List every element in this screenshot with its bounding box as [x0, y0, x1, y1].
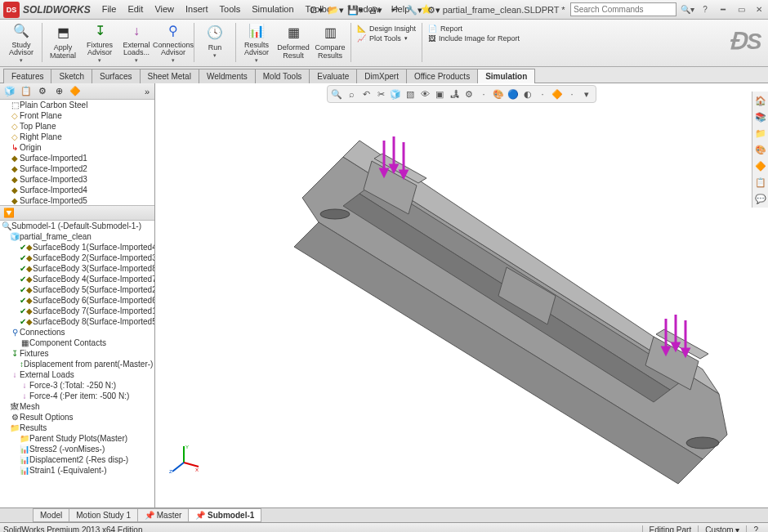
custom-props-tab-icon[interactable]: 📋	[754, 175, 766, 190]
surface-body-node[interactable]: ✔◆SurfaceBody 1(Surface-Imported4) (-[SW…	[0, 242, 154, 253]
design-insight-button[interactable]: 📐Design Insight	[357, 25, 416, 33]
compare-results-button[interactable]: ▥Compare Results	[312, 21, 348, 64]
dimxpert-tab-icon[interactable]: ⊕	[51, 85, 66, 98]
origin-node[interactable]: ↳Origin	[0, 142, 154, 153]
view-settings-icon[interactable]: ⚙	[462, 87, 476, 101]
sim-root-node[interactable]: 🔍Submodel-1 (-Default-Submodel-1-)	[0, 221, 154, 231]
surface-body-node[interactable]: ✔◆SurfaceBody 4(Surface-Imported7) (-[SW…	[0, 274, 154, 284]
surface-node[interactable]: ◆Surface-Imported4	[0, 185, 154, 195]
prev-view-icon[interactable]: ↶	[359, 87, 373, 101]
displacement-plot-node[interactable]: 📊Displacement2 (-Res disp-)	[0, 454, 154, 465]
zoom-area-icon[interactable]: ⌕	[344, 87, 359, 101]
design-lib-tab-icon[interactable]: 📚	[754, 110, 766, 124]
menu-edit[interactable]: Edit	[123, 2, 148, 17]
fixtures-node[interactable]: ↧Fixtures	[0, 348, 154, 359]
forum-tab-icon[interactable]: 💬	[754, 191, 766, 206]
material-node[interactable]: ⬚Plain Carbon Steel	[0, 100, 154, 110]
rebuild-button[interactable]: 🔧▾	[404, 2, 424, 17]
menu-file[interactable]: File	[97, 2, 122, 17]
run-button[interactable]: 🕓Run▾	[197, 21, 233, 64]
strain-plot-node[interactable]: 📊Strain1 (-Equivalent-)	[0, 465, 154, 476]
tab-moldtools[interactable]: Mold Tools	[255, 69, 310, 83]
front-plane-node[interactable]: Front Plane	[0, 110, 154, 121]
zoom-fit-icon[interactable]: 🔍	[329, 87, 344, 101]
display-style2-icon[interactable]: ▣	[432, 87, 447, 101]
display-style-icon[interactable]: ▧	[403, 87, 417, 101]
undo-button[interactable]: ↶	[385, 2, 404, 17]
submodel-tab[interactable]: 📌 Submodel-1	[188, 508, 261, 522]
menu-view[interactable]: View	[150, 2, 179, 17]
surface-body-node[interactable]: ✔◆SurfaceBody 8(Surface-Imported5) (-[SW…	[0, 316, 154, 327]
save-button[interactable]: 💾▾	[346, 2, 365, 17]
config-tab-icon[interactable]: ⚙	[35, 85, 50, 98]
tab-simulation[interactable]: Simulation	[477, 69, 535, 83]
display-state-icon[interactable]: ◐	[520, 87, 535, 101]
force3-node[interactable]: ↓Force-3 (:Total: -250 N:)	[0, 380, 154, 391]
appearances-tab-icon[interactable]: 🔶	[754, 159, 766, 173]
view-palette-tab-icon[interactable]: 🎨	[754, 142, 766, 157]
search-commands-input[interactable]	[570, 2, 676, 16]
deformed-result-button[interactable]: ▦Deformed Result	[275, 21, 311, 64]
tab-sketch[interactable]: Sketch	[51, 69, 92, 83]
scene-icon[interactable]: 🏞	[447, 87, 462, 101]
status-custom[interactable]: Custom ▾	[698, 525, 746, 532]
external-loads-node[interactable]: ↓External Loads	[0, 369, 154, 380]
surface-node[interactable]: ◆Surface-Imported2	[0, 163, 154, 174]
force4-node[interactable]: ↓Force-4 (:Per item: -500 N:)	[0, 391, 154, 401]
surface-body-node[interactable]: ✔◆SurfaceBody 3(Surface-Imported8) (-[SW…	[0, 263, 154, 274]
new-doc-button[interactable]: 🗋▾	[306, 2, 326, 17]
view-orientation-icon[interactable]: 🧊	[388, 87, 403, 101]
tab-sheetmetal[interactable]: Sheet Metal	[140, 69, 199, 83]
3d-viewport[interactable]: 🔍 ⌕ ↶ ✂ 🧊 ▧ 👁 ▣ 🏞 ⚙ · 🎨 🔵 ◐ · 🔶 · ▾	[155, 83, 768, 507]
master-tab[interactable]: 📌 Master	[137, 508, 189, 522]
surface-body-node[interactable]: ✔◆SurfaceBody 7(Surface-Imported1) (-[SW…	[0, 306, 154, 316]
surface-body-node[interactable]: ✔◆SurfaceBody 6(Surface-Imported6) (-[SW…	[0, 295, 154, 306]
surface-node[interactable]: ◆Surface-Imported5	[0, 195, 154, 206]
options-button[interactable]: ⚙▾	[424, 2, 444, 17]
3d-model-render[interactable]	[180, 116, 752, 507]
results-advisor-button[interactable]: 📊Results Advisor▾	[239, 21, 275, 64]
tab-surfaces[interactable]: Surfaces	[92, 69, 140, 83]
displacement-fixture-node[interactable]: ↕Displacement from parent(-Master-)	[0, 359, 154, 369]
help-button[interactable]: ?	[698, 3, 712, 16]
feature-tree-tab-icon[interactable]: 🧊	[2, 85, 17, 98]
parent-study-node[interactable]: 📁Parent Study Plots(Master)	[0, 433, 154, 444]
surface-body-node[interactable]: ✔◆SurfaceBody 5(Surface-Imported2) (-[SW…	[0, 284, 154, 295]
surface-node[interactable]: ◆Surface-Imported1	[0, 153, 154, 163]
file-explorer-tab-icon[interactable]: 📁	[754, 126, 766, 141]
appearance-icon[interactable]: 🎨	[491, 87, 506, 101]
menu-insert[interactable]: Insert	[181, 2, 213, 17]
mesh-node[interactable]: 🕸Mesh	[0, 401, 154, 412]
tab-features[interactable]: Features	[3, 69, 51, 83]
connections-advisor-button[interactable]: ⚲Connections Advisor▾	[155, 21, 191, 64]
status-help-icon[interactable]: ?	[746, 525, 765, 532]
surface-body-node[interactable]: ✔◆SurfaceBody 2(Surface-Imported3) (-[SW…	[0, 253, 154, 263]
study-advisor-button[interactable]: 🔍Study Advisor▾	[3, 21, 39, 64]
hide-show-icon[interactable]: 👁	[417, 87, 432, 101]
fixtures-advisor-button[interactable]: ↧Fixtures Advisor▾	[82, 21, 118, 64]
collapse-panel-icon[interactable]: »	[140, 85, 154, 98]
include-image-button[interactable]: 🖼Include Image for Report	[428, 34, 520, 42]
display-tab-icon[interactable]: 🔶	[68, 85, 83, 98]
render-icon[interactable]: 🔶	[550, 87, 565, 101]
property-tab-icon[interactable]: 📋	[19, 85, 33, 98]
minimize-button[interactable]: ━	[716, 3, 730, 16]
tab-office[interactable]: Office Products	[406, 69, 478, 83]
top-plane-node[interactable]: Top Plane	[0, 121, 154, 132]
apply-material-button[interactable]: ⬒Apply Material	[45, 21, 81, 64]
tab-dimxpert[interactable]: DimXpert	[356, 69, 407, 83]
result-options-node[interactable]: ⚙Result Options	[0, 412, 154, 422]
decal-icon[interactable]: 🔵	[506, 87, 520, 101]
tab-evaluate[interactable]: Evaluate	[309, 69, 357, 83]
stress-plot-node[interactable]: 📊Stress2 (-vonMises-)	[0, 444, 154, 454]
menu-tools[interactable]: Tools	[215, 2, 246, 17]
restore-button[interactable]: ▭	[734, 3, 748, 16]
surface-node[interactable]: ◆Surface-Imported3	[0, 174, 154, 185]
view-triad-icon[interactable]: Y X Z	[167, 442, 200, 475]
resources-tab-icon[interactable]: 🏠	[754, 93, 766, 108]
open-doc-button[interactable]: 📂▾	[326, 2, 346, 17]
sim-part-node[interactable]: 🧊partial_frame_clean	[0, 231, 154, 242]
model-tab[interactable]: Model	[33, 508, 69, 522]
motion-study-tab[interactable]: Motion Study 1	[69, 508, 138, 522]
connections-node[interactable]: ⚲Connections	[0, 327, 154, 338]
